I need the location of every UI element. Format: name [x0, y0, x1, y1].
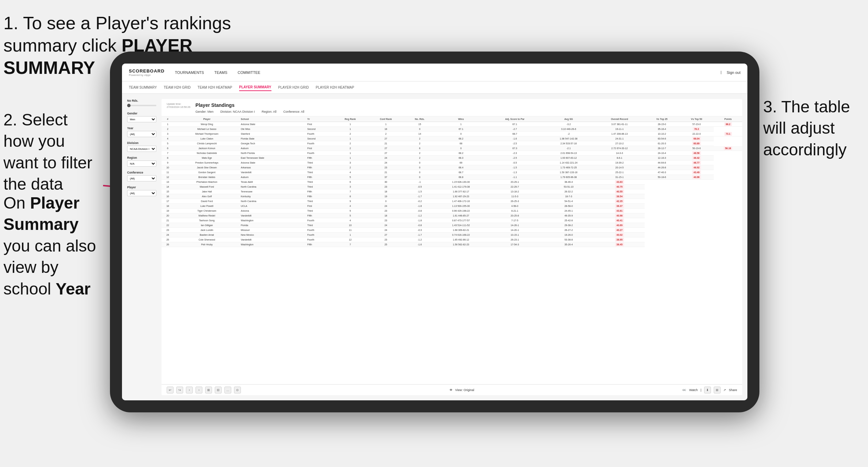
table-cell: 1.73 469-72-25 — [543, 165, 594, 170]
table-cell: 21 — [367, 170, 404, 175]
table-row[interactable]: 10Jacob Skw OlesenArkansasFifth223068.4-… — [162, 165, 742, 170]
table-cell: First — [306, 204, 333, 209]
table-cell: 24 — [367, 223, 404, 228]
table-cell: Alex Goff — [174, 194, 240, 199]
table-cell: -1.2 — [404, 237, 435, 242]
table-row[interactable]: 7Nicholas GabrielekNorth FloridaFourth12… — [162, 151, 742, 156]
table-row[interactable]: 14Maxwell FordNorth CarolinaThird323-0.5… — [162, 185, 742, 189]
region-select[interactable]: N/A — [127, 160, 156, 167]
subnav-team-summary[interactable]: TEAM SUMMARY — [129, 84, 157, 91]
table-row[interactable]: 15Jake HallTennesseeFifth718-1.51.66 377… — [162, 189, 742, 194]
subnav-player-summary[interactable]: PLAYER SUMMARY — [239, 84, 271, 91]
table-cell: First — [306, 146, 333, 151]
watch-label[interactable]: Watch — [689, 388, 698, 392]
table-cell: 49-35-9 — [543, 213, 594, 218]
table-row[interactable]: 1Wenyi DingArizona StateFirst1115167.1-3… — [162, 122, 742, 127]
table-cell: Auburn — [240, 146, 307, 151]
table-row[interactable]: 9Preston SummerhaysArizona StateThird324… — [162, 160, 742, 165]
nav-separator: | — [721, 70, 722, 74]
table-cell: 1.79 605-96-38 — [543, 175, 594, 180]
division-select[interactable]: NCAA Division I — [127, 146, 156, 152]
clock-btn[interactable]: ⊙ — [234, 387, 241, 393]
subnav-player-h2h-grid[interactable]: PLAYER H2H GRID — [278, 84, 309, 91]
conference-select[interactable]: (All) — [127, 175, 156, 181]
table-row[interactable]: 22Ian GilliganFloridaThird1024-0.81.43 5… — [162, 223, 742, 228]
table-row[interactable]: 11Gordon SargentVanderbiltThird421068.7-… — [162, 170, 742, 175]
table-cell: 12 — [162, 175, 174, 180]
table-row[interactable]: 8Mats EgeEast Tennessee StateFifth124268… — [162, 156, 742, 160]
table-row[interactable]: 6Jackson KoivunAuburnFirst2276067.3-2.12… — [162, 146, 742, 151]
table-cell: 2 — [333, 141, 367, 146]
share-label[interactable]: Share — [729, 388, 737, 392]
table-cell: 23 — [367, 185, 404, 189]
year-select[interactable]: (All) — [127, 131, 156, 137]
table-cell: 12-16-3 — [645, 156, 679, 160]
redo-btn[interactable]: ↪ — [176, 387, 183, 393]
table-cell: 3 — [333, 185, 367, 189]
table-row[interactable]: 2Michael Le SassoOle MissSecond118067.1-… — [162, 127, 742, 132]
nav-committee[interactable]: COMMITTEE — [238, 69, 260, 76]
table-row[interactable]: 17David FordNorth CarolinaThird90-0.21.4… — [162, 199, 742, 204]
table-row[interactable]: 3Michael ThorbjornsenStanfordFourth22140… — [162, 132, 742, 136]
gender-select[interactable]: Men — [127, 116, 156, 122]
more-btn[interactable]: … — [224, 387, 231, 393]
table-cell: Jake Hall — [174, 189, 240, 194]
table-cell: -1.3 — [487, 170, 543, 175]
undo-btn[interactable]: ↩ — [167, 387, 174, 393]
table-row[interactable]: 13Phichaksn MaichonTexas A&MThird630-11.… — [162, 180, 742, 185]
subnav-team-h2h-heatmap[interactable]: TEAM H2H HEATMAP — [198, 84, 232, 91]
table-cell: 11 — [162, 170, 174, 175]
player-select[interactable]: (All) — [127, 190, 156, 196]
table-cell: 24 — [162, 233, 174, 237]
table-cell: -0.8 — [404, 223, 435, 228]
table-cell: 14 — [404, 132, 435, 136]
nav-tournaments[interactable]: TOURNAMENTS — [175, 69, 204, 76]
copy-btn[interactable]: ⊞ — [205, 387, 212, 393]
table-row[interactable]: 18Luke PowellUCLAFirst424-1.81.13 500-15… — [162, 204, 742, 209]
table-cell: 19-39-2 — [594, 160, 645, 165]
table-cell: 68.04 — [679, 136, 714, 141]
table-row[interactable]: 19Tiger ChristensenArizonaThird523-0.80.… — [162, 209, 742, 213]
table-cell: 22-29-7 — [487, 185, 543, 189]
nav-teams[interactable]: TEAMS — [214, 69, 227, 76]
table-row[interactable]: 20Matthew RiedelVanderbiltFifth518-1.21.… — [162, 213, 742, 218]
table-cell: Third — [306, 223, 333, 228]
subnav-player-h2h-heatmap[interactable]: PLAYER H2H HEATMAP — [316, 84, 354, 91]
meta-gender: Gender: Men — [196, 110, 214, 113]
paste-btn[interactable]: ⊟ — [215, 387, 222, 393]
table-cell: Gordon Sargent — [174, 170, 240, 175]
table-row[interactable]: 12Brendan ValdesAuburnFifth537068.8-1.11… — [162, 175, 742, 180]
forward-btn[interactable]: › — [196, 387, 202, 393]
table-cell: -0.8 — [404, 209, 435, 213]
table-row[interactable]: 16Alex GoffKentuckyFifth819-1.71.92 467-… — [162, 194, 742, 199]
subnav-team-h2h-grid[interactable]: TEAM H2H GRID — [164, 84, 191, 91]
table-cell: 23 — [367, 165, 404, 170]
instruction-step3: 3. The table will adjust accordingly — [763, 96, 865, 160]
table-row[interactable]: 4Luke ClatonFlorida StateSecond127268.2-… — [162, 136, 742, 141]
table-cell: 14-26-1 — [487, 223, 543, 228]
table-cell: 24-10-4 — [645, 151, 679, 156]
back-btn[interactable]: ‹ — [186, 387, 193, 393]
table-cell: Kentucky — [240, 194, 307, 199]
download-btn[interactable]: ⬇ — [704, 387, 711, 393]
table-row[interactable]: 21Taehoon SongWashingtonFourth423-1.80.8… — [162, 218, 742, 223]
table-row[interactable]: 23Jack LundinMissouriFourth1124-0.31.68 … — [162, 228, 742, 233]
table-row[interactable]: 26Petr HrubyWashingtonFifth725-1.61.56 5… — [162, 242, 742, 247]
table-cell: 3 — [333, 160, 367, 165]
table-row[interactable]: 24Bastien AmatNew MexicoFourth127-1.70.7… — [162, 233, 742, 237]
settings-btn[interactable]: ⊞ — [714, 387, 721, 393]
sign-out-link[interactable]: Sign out — [727, 69, 741, 76]
table-cell: 20-14-5 — [594, 165, 645, 170]
no-rds-slider[interactable] — [127, 105, 156, 106]
table-cell: 43.49 — [679, 170, 714, 175]
table-cell: Florida — [240, 223, 307, 228]
table-cell: Fifth — [306, 194, 333, 199]
table-cell: 26-23-1 — [487, 237, 543, 242]
table-row[interactable]: 5Christo LamprechtGeorgia TechFourth2212… — [162, 141, 742, 146]
table-cell: 24 — [367, 156, 404, 160]
table-cell: Brendan Valdes — [174, 175, 240, 180]
table-cell: 2 — [404, 156, 435, 160]
table-cell: 22-22-0 — [679, 132, 714, 136]
table-row[interactable]: 25Cole SherwoodVanderbiltFourth1223-1.21… — [162, 237, 742, 242]
table-cell: 2 — [162, 127, 174, 132]
